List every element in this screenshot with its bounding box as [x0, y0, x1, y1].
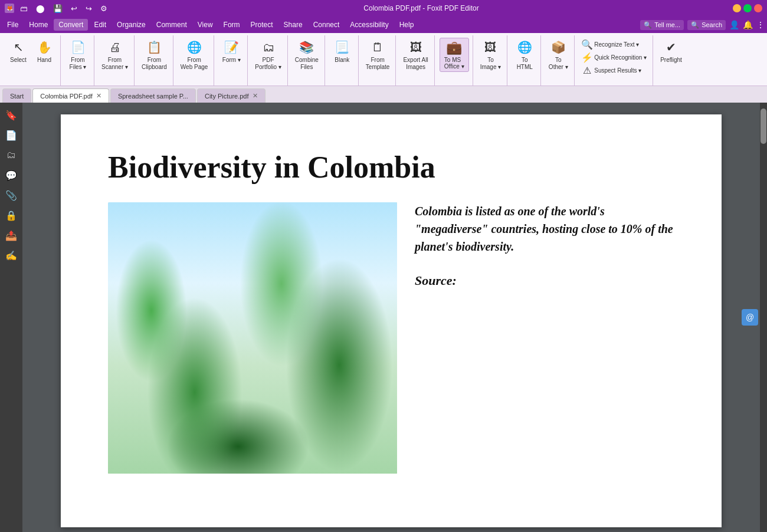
organize-menu[interactable]: Organize	[112, 19, 150, 31]
undo-btn[interactable]: ↩	[68, 3, 80, 14]
to-html-button[interactable]: 🌐 ToHTML	[512, 38, 537, 72]
circle-btn[interactable]: ⬤	[34, 3, 47, 14]
form-group: 📝 Form ▾	[215, 35, 248, 86]
from-template-icon: 🗒	[369, 39, 386, 55]
city-tab[interactable]: City Picture.pdf ✕	[197, 88, 266, 103]
pdf-portfolio-icon: 🗂	[260, 39, 277, 55]
blank-button[interactable]: 📃 Blank	[330, 38, 355, 65]
from-scanner-button[interactable]: 🖨 FromScanner ▾	[99, 38, 130, 72]
sidebar-item-comments[interactable]: 💬	[2, 166, 20, 184]
document-source-label: Source:	[415, 273, 674, 288]
form-button[interactable]: 📝 Form ▾	[219, 38, 244, 65]
share-menu[interactable]: Share	[279, 19, 307, 31]
protect-menu[interactable]: Protect	[246, 19, 278, 31]
svg-point-9	[188, 387, 193, 392]
close-btn[interactable]	[754, 4, 762, 12]
connect-menu[interactable]: Connect	[309, 19, 345, 31]
floating-assistant-btn[interactable]: @	[742, 309, 758, 326]
svg-point-8	[177, 392, 181, 396]
notification-bell[interactable]: 🔔	[743, 20, 753, 29]
from-webpage-label: FromWeb Page	[181, 57, 208, 71]
to-image-button[interactable]: 🖼 ToImage ▾	[478, 38, 504, 72]
combine-files-button[interactable]: 📚 CombineFiles	[293, 38, 321, 72]
preflight-icon: ✔	[663, 39, 680, 55]
more-options[interactable]: ⋮	[756, 20, 765, 29]
quick-recognition-button[interactable]: ⚡ Quick Recognition ▾	[579, 51, 649, 64]
sidebar-item-layers[interactable]: 🗂	[2, 146, 20, 164]
sidebar-item-export[interactable]: 📤	[2, 226, 20, 244]
to-image-label: ToImage ▾	[480, 57, 502, 71]
document-body-text: Colombia is listed as one of the world's…	[415, 202, 674, 255]
suspect-results-button[interactable]: ⚠ Suspect Results ▾	[579, 64, 649, 77]
start-tab-label: Start	[10, 93, 24, 100]
hand-button[interactable]: ✋ Hand	[32, 38, 57, 65]
options-btn[interactable]: ⚙	[98, 3, 110, 14]
blank-label: Blank	[335, 57, 349, 64]
svg-point-20	[333, 267, 336, 271]
comment-menu[interactable]: Comment	[152, 19, 192, 31]
from-files-button[interactable]: 📄 FromFiles ▾	[65, 38, 90, 72]
colombia-tab-close[interactable]: ✕	[96, 92, 101, 100]
colombia-tab[interactable]: Colombia PDF.pdf ✕	[32, 88, 109, 103]
export-images-group: 🖼 Export AllImages	[397, 35, 434, 86]
user-account[interactable]: 👤	[729, 20, 739, 29]
help-menu[interactable]: Help	[395, 19, 419, 31]
svg-rect-0	[108, 202, 397, 474]
home-menu[interactable]: Home	[24, 19, 53, 31]
title-bar-left: 🦊 🗃 ⬤ 💾 ↩ ↪ ⚙	[5, 3, 110, 14]
accessibility-menu[interactable]: Accessibility	[345, 19, 393, 31]
search-bar[interactable]: 🔍 Search	[687, 20, 726, 30]
form-menu[interactable]: Form	[219, 19, 245, 31]
sidebar-item-pages[interactable]: 📄	[2, 126, 20, 144]
edit-menu[interactable]: Edit	[89, 19, 111, 31]
redo-btn[interactable]: ↪	[83, 3, 94, 14]
svg-point-16	[324, 422, 328, 425]
sidebar-item-signature[interactable]: ✍	[2, 247, 20, 264]
start-tab[interactable]: Start	[2, 88, 31, 103]
svg-rect-12	[178, 404, 183, 419]
spreadsheet-tab[interactable]: Spreadsheet sample P...	[110, 88, 196, 103]
svg-point-14	[328, 399, 354, 421]
maximize-btn[interactable]	[743, 4, 752, 12]
menu-bar-right: 🔍 Tell me... 🔍 Search 👤 🔔 ⋮	[640, 20, 765, 30]
svg-point-19	[331, 264, 345, 276]
document-area[interactable]: Biodiversity in Colombia	[22, 103, 760, 532]
tell-me-search[interactable]: 🔍 Tell me...	[640, 20, 684, 30]
sidebar-item-bookmark[interactable]: 🔖	[2, 106, 20, 124]
to-other-button[interactable]: 📦 ToOther ▾	[546, 38, 571, 72]
vertical-scrollbar[interactable]	[760, 103, 767, 532]
from-webpage-group: 🌐 FromWeb Page	[175, 35, 215, 86]
ocr-buttons: 🔍 Recognize Text ▾ ⚡ Quick Recognition ▾…	[579, 38, 649, 77]
select-hand-group: ↖ Select ✋ Hand	[2, 35, 61, 86]
save-btn[interactable]: 💾	[51, 3, 65, 14]
scroll-thumb[interactable]	[761, 109, 766, 144]
file-menu-btn[interactable]: 🗃	[18, 3, 30, 14]
select-button[interactable]: ↖ Select	[6, 38, 31, 65]
view-menu[interactable]: View	[193, 19, 218, 31]
document-content: Colombia is listed as one of the world's…	[108, 202, 674, 474]
minimize-btn[interactable]	[733, 4, 741, 12]
sidebar-item-security[interactable]: 🔒	[2, 206, 20, 224]
svg-point-24	[221, 422, 231, 431]
from-clipboard-label: FromClipboard	[142, 57, 167, 71]
from-webpage-button[interactable]: 🌐 FromWeb Page	[178, 38, 211, 72]
to-html-label: ToHTML	[517, 57, 533, 71]
city-tab-close[interactable]: ✕	[253, 92, 258, 100]
svg-point-23	[178, 247, 191, 258]
svg-point-4	[206, 236, 305, 287]
export-images-button[interactable]: 🖼 Export AllImages	[401, 38, 430, 72]
recognize-text-button[interactable]: 🔍 Recognize Text ▾	[579, 38, 649, 51]
hand-label: Hand	[37, 57, 51, 64]
convert-menu[interactable]: Convert	[54, 19, 88, 31]
from-clipboard-button[interactable]: 📋 FromClipboard	[139, 38, 169, 72]
pdf-portfolio-button[interactable]: 🗂 PDFPortfolio ▾	[253, 38, 283, 72]
preflight-group: ✔ Preflight	[654, 35, 688, 86]
svg-point-17	[306, 420, 311, 425]
sidebar-item-attach[interactable]: 📎	[2, 186, 20, 204]
from-template-button[interactable]: 🗒 FromTemplate	[363, 38, 392, 72]
from-files-group: 📄 FromFiles ▾	[62, 35, 94, 86]
to-ms-office-button[interactable]: 💼 To MSOffice ▾	[440, 38, 469, 72]
file-menu[interactable]: File	[2, 19, 23, 31]
preflight-button[interactable]: ✔ Preflight	[658, 38, 684, 65]
main-area: 🔖 📄 🗂 💬 📎 🔒 📤 ✍ Biodiversity in Colombia	[0, 103, 767, 532]
